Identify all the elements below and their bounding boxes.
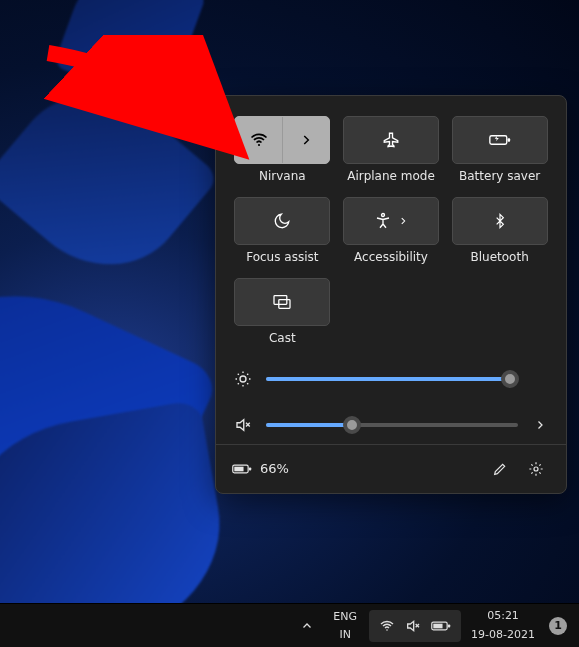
battery-icon (232, 463, 252, 475)
tile-wifi-wrap: Nirvana (234, 116, 331, 183)
notification-count-badge: 1 (549, 617, 567, 635)
language-line1: ENG (333, 611, 357, 623)
volume-slider[interactable] (266, 423, 518, 427)
tile-wifi-label: Nirvana (259, 170, 306, 183)
accessibility-icon (374, 212, 392, 230)
tile-wifi[interactable] (234, 116, 330, 164)
taskbar: ENG IN 05:21 19-08-2021 1 (0, 603, 579, 647)
svg-point-6 (240, 376, 246, 382)
volume-mute-icon (405, 618, 421, 634)
tile-bluetooth-wrap: Bluetooth (451, 197, 548, 264)
cast-icon (272, 294, 292, 310)
svg-rect-1 (490, 136, 507, 144)
volume-mute-icon (234, 416, 252, 434)
battery-icon (431, 620, 451, 632)
svg-point-10 (534, 467, 538, 471)
tile-bluetooth[interactable] (452, 197, 548, 245)
settings-button[interactable] (522, 455, 550, 483)
tile-accessibility-label: Accessibility (354, 251, 428, 264)
brightness-slider[interactable] (266, 377, 518, 381)
clock-button[interactable]: 05:21 19-08-2021 (465, 610, 541, 642)
edit-quick-settings-button[interactable] (486, 455, 514, 483)
volume-expand[interactable] (532, 419, 548, 431)
svg-rect-13 (448, 624, 450, 627)
tile-cast-label: Cast (269, 332, 296, 345)
tile-airplane[interactable] (343, 116, 439, 164)
sliders-section (216, 352, 566, 444)
tile-wifi-toggle[interactable] (235, 117, 283, 163)
tile-focus-assist-wrap: Focus assist (234, 197, 331, 264)
battery-saver-icon (489, 133, 511, 147)
brightness-slider-row (234, 370, 548, 388)
chevron-right-icon (534, 419, 546, 431)
battery-percent-text: 66% (260, 461, 289, 476)
tile-airplane-wrap: Airplane mode (343, 116, 440, 183)
airplane-icon (382, 131, 400, 149)
volume-slider-row (234, 416, 548, 434)
svg-rect-2 (507, 138, 510, 141)
tile-wifi-expand[interactable] (283, 117, 330, 163)
tile-accessibility-wrap: Accessibility (343, 197, 440, 264)
pencil-icon (492, 461, 508, 477)
tile-accessibility[interactable] (343, 197, 439, 245)
tile-cast[interactable] (234, 278, 330, 326)
tile-focus-assist[interactable] (234, 197, 330, 245)
tile-battery-saver-wrap: Battery saver (451, 116, 548, 183)
quick-settings-footer: 66% (216, 444, 566, 493)
tile-airplane-label: Airplane mode (347, 170, 435, 183)
clock-date: 19-08-2021 (471, 629, 535, 641)
notifications-button[interactable]: 1 (545, 610, 571, 642)
moon-icon (273, 212, 291, 230)
language-button[interactable]: ENG IN (325, 610, 365, 642)
wifi-icon (379, 618, 395, 634)
quick-settings-panel: Nirvana Airplane mode Battery saver (215, 95, 567, 494)
clock-time: 05:21 (487, 610, 519, 622)
tile-bluetooth-label: Bluetooth (471, 251, 529, 264)
svg-point-0 (257, 144, 259, 146)
wifi-icon (249, 130, 269, 150)
gear-icon (528, 461, 544, 477)
tray-overflow-button[interactable] (293, 610, 321, 642)
tile-focus-assist-label: Focus assist (246, 251, 318, 264)
svg-rect-9 (234, 466, 243, 471)
svg-point-3 (381, 214, 384, 217)
chevron-right-icon (299, 133, 313, 147)
language-line2: IN (339, 629, 350, 641)
svg-rect-14 (433, 623, 442, 628)
brightness-icon (234, 370, 252, 388)
bluetooth-icon (492, 212, 508, 230)
tile-cast-wrap: Cast (234, 278, 331, 345)
tile-battery-saver[interactable] (452, 116, 548, 164)
chevron-up-icon (301, 620, 313, 632)
svg-point-11 (386, 629, 388, 631)
tile-battery-saver-label: Battery saver (459, 170, 540, 183)
chevron-right-icon (398, 216, 408, 226)
quick-settings-tiles: Nirvana Airplane mode Battery saver (216, 96, 566, 352)
svg-rect-8 (249, 467, 251, 470)
system-tray-button[interactable] (369, 610, 461, 642)
